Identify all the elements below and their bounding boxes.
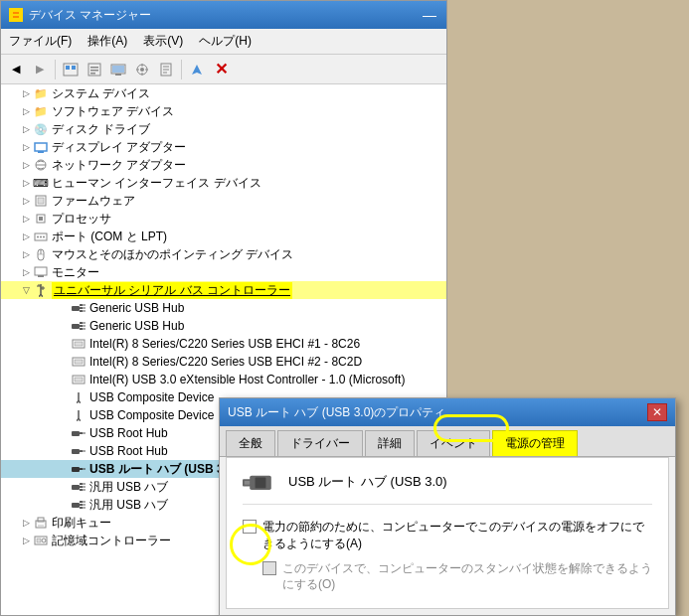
expander[interactable]: ▷ <box>19 534 33 547</box>
tab-general[interactable]: 全般 <box>226 430 275 456</box>
svg-rect-89 <box>37 539 41 542</box>
tab-power-management[interactable]: 電源の管理 <box>492 430 578 456</box>
tree-label: ネットワーク アダプター <box>52 157 186 174</box>
expander[interactable]: ▷ <box>19 176 33 190</box>
tree-item-port[interactable]: ▷ ポート (COM と LPT) <box>1 228 446 245</box>
tree-item-disk[interactable]: ▷ 💿 ディスク ドライブ <box>1 120 446 138</box>
menu-file[interactable]: ファイル(F) <box>1 31 80 52</box>
expander[interactable]: ▷ <box>19 247 33 261</box>
tree-item-generic-hub-2[interactable]: Generic USB Hub <box>1 317 446 335</box>
expander[interactable]: ▷ <box>19 212 33 226</box>
tree-label: 汎用 USB ハブ <box>89 479 168 496</box>
tree-label: ファームウェア <box>52 193 135 210</box>
power-save-checkbox[interactable] <box>243 520 257 534</box>
expander[interactable]: ▷ <box>19 158 33 172</box>
tree-item-firmware[interactable]: ▷ ファームウェア <box>1 192 446 210</box>
tree-label: USB Root Hub <box>89 426 168 440</box>
tab-details[interactable]: 詳細 <box>365 430 415 456</box>
svg-rect-45 <box>83 308 86 309</box>
expander[interactable]: ▷ <box>19 516 33 530</box>
expander[interactable]: ▷ <box>19 86 33 100</box>
tree-item-usb-controller[interactable]: ▽ ユニバーサル シリアル バス コントローラー <box>1 281 446 299</box>
app-icon <box>9 8 23 22</box>
dialog-title: USB ルート ハブ (USB 3.0)のプロパティ <box>228 404 445 421</box>
dialog-close-button[interactable]: ✕ <box>647 403 667 421</box>
tree-label: Intel(R) USB 3.0 eXtensible Host Control… <box>89 373 405 386</box>
tree-label: Generic USB Hub <box>89 301 184 315</box>
menu-help[interactable]: ヘルプ(H) <box>191 31 259 52</box>
tree-item-display[interactable]: ▷ ディスプレイ アダプター <box>1 138 446 156</box>
svg-rect-8 <box>90 70 98 72</box>
tab-events[interactable]: イベント <box>417 430 490 456</box>
tree-item-monitor[interactable]: ▷ モニター <box>1 263 446 281</box>
device-icon <box>243 470 278 494</box>
back-button[interactable]: ◀ <box>5 59 27 80</box>
tree-item-processor[interactable]: ▷ プロセッサ <box>1 210 446 228</box>
tree-label: 記憶域コントローラー <box>52 533 171 549</box>
display-icon <box>33 140 49 154</box>
svg-rect-46 <box>83 311 86 312</box>
expander[interactable]: ▷ <box>19 122 33 136</box>
firmware-icon <box>33 194 49 208</box>
tree-item-ehci-1[interactable]: Intel(R) 8 Series/C220 Series USB EHCI #… <box>1 335 446 353</box>
toolbar-icon-2[interactable] <box>84 59 105 80</box>
tree-item-network[interactable]: ▷ ネットワーク アダプター <box>1 156 446 174</box>
separator-2 <box>181 60 182 79</box>
svg-rect-65 <box>72 449 80 454</box>
toolbar-icon-3[interactable] <box>107 59 129 80</box>
tree-label: システム デバイス <box>52 85 150 102</box>
expander[interactable]: ▷ <box>19 104 33 118</box>
menu-action[interactable]: 操作(A) <box>80 31 135 52</box>
svg-rect-52 <box>83 326 86 327</box>
toolbar-icon-6[interactable] <box>186 59 208 80</box>
svg-rect-77 <box>83 490 86 491</box>
svg-rect-74 <box>80 489 83 491</box>
expander-usb[interactable]: ▽ <box>19 283 33 297</box>
svg-rect-49 <box>80 325 83 327</box>
tree-item-hid[interactable]: ▷ ⌨ ヒューマン インターフェイス デバイス <box>1 174 446 192</box>
tree-label: ディスク ドライブ <box>52 121 150 138</box>
tree-item-generic-hub-1[interactable]: Generic USB Hub <box>1 299 446 317</box>
expander-none <box>57 444 71 458</box>
title-bar: デバイス マネージャー — <box>1 1 446 29</box>
tree-item-software[interactable]: ▷ 📁 ソフトウェア デバイス <box>1 102 446 120</box>
tree-item-usb3[interactable]: Intel(R) USB 3.0 eXtensible Host Control… <box>1 371 446 388</box>
svg-rect-1 <box>13 12 19 14</box>
tree-label: Intel(R) 8 Series/C220 Series USB EHCI #… <box>89 355 362 369</box>
power-save-label: 電力の節約のために、コンピューターでこのデバイスの電源をオフにできるようにする(… <box>262 519 652 552</box>
wake-checkbox[interactable] <box>262 561 276 575</box>
expander-none <box>57 390 71 404</box>
svg-point-90 <box>42 539 46 542</box>
expander-none <box>57 498 71 512</box>
window-title: デバイス マネージャー <box>29 7 151 24</box>
svg-rect-72 <box>80 483 83 485</box>
expander[interactable]: ▷ <box>19 140 33 154</box>
dialog-title-bar: USB ルート ハブ (USB 3.0)のプロパティ ✕ <box>220 398 675 426</box>
svg-rect-93 <box>245 481 250 485</box>
remove-button[interactable]: ✕ <box>210 59 232 80</box>
svg-rect-84 <box>83 508 86 509</box>
tree-item-mouse[interactable]: ▷ マウスとそのほかのポインティング デバイス <box>1 245 446 263</box>
expander[interactable]: ▷ <box>19 194 33 208</box>
properties-dialog: USB ルート ハブ (USB 3.0)のプロパティ ✕ 全般 ドライバー 詳細… <box>219 397 676 616</box>
monitor-icon <box>33 265 49 279</box>
expander-none <box>57 480 71 494</box>
toolbar-icon-4[interactable] <box>131 59 153 80</box>
device-header: USB ルート ハブ (USB 3.0) <box>243 470 652 505</box>
menu-bar: ファイル(F) 操作(A) 表示(V) ヘルプ(H) <box>1 29 446 55</box>
expander[interactable]: ▷ <box>19 230 33 243</box>
tab-driver[interactable]: ドライバー <box>277 430 363 456</box>
tree-label: プロセッサ <box>52 211 111 228</box>
expander[interactable]: ▷ <box>19 265 33 279</box>
minimize-btn[interactable]: — <box>421 7 438 23</box>
menu-view[interactable]: 表示(V) <box>135 31 191 52</box>
pci-icon <box>71 355 86 369</box>
tree-item-system[interactable]: ▷ 📁 システム デバイス <box>1 84 446 102</box>
tree-item-ehci-2[interactable]: Intel(R) 8 Series/C220 Series USB EHCI #… <box>1 353 446 371</box>
toolbar-icon-5[interactable] <box>155 59 177 80</box>
svg-point-33 <box>40 236 42 238</box>
svg-rect-24 <box>38 151 44 153</box>
storage-icon <box>33 534 49 547</box>
usb-hub-icon <box>71 426 86 440</box>
toolbar-icon-1[interactable] <box>60 59 82 80</box>
